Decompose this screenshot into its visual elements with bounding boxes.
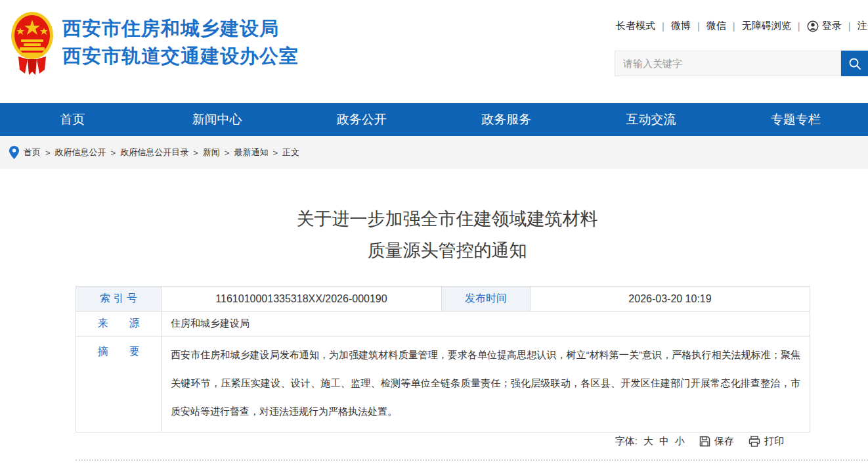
- save-button[interactable]: 保存: [699, 435, 734, 448]
- breadcrumb-gov-info-catalog[interactable]: 政府信息公开目录: [120, 147, 188, 158]
- publish-time-label: 发布时间: [442, 287, 531, 312]
- print-icon: [749, 436, 760, 447]
- search-bar: [615, 51, 868, 76]
- breadcrumb-separator: >: [193, 148, 198, 158]
- utility-separator: |: [733, 20, 735, 32]
- nav-item-gov-services[interactable]: 政务服务: [434, 103, 578, 136]
- breadcrumb-separator: >: [111, 148, 116, 158]
- search-input[interactable]: [615, 51, 841, 76]
- utility-separator: |: [697, 20, 700, 32]
- main-nav: 首页 新闻中心 政务公开 政务服务 互动交流 专题专栏: [0, 103, 868, 136]
- site-title: 西安市住房和城乡建设局 西安市轨道交通建设办公室: [62, 14, 299, 70]
- accessibility-link[interactable]: 无障碍浏览: [742, 20, 791, 32]
- elder-mode-link[interactable]: 长者模式: [616, 20, 655, 32]
- index-number-label: 索 引 号: [76, 287, 162, 312]
- breadcrumb-home[interactable]: 首页: [24, 147, 41, 158]
- article-title-line2: 质量源头管控的通知: [26, 235, 868, 266]
- breadcrumb-separator: >: [225, 148, 230, 158]
- breadcrumb-news[interactable]: 新闻: [203, 147, 220, 158]
- search-icon: [848, 57, 861, 70]
- wechat-link[interactable]: 微信: [706, 20, 726, 32]
- utility-links: 长者模式 | 微博 | 微信 | 无障碍浏览 | 登录 | 注册: [616, 20, 868, 32]
- nav-item-special-topics[interactable]: 专题专栏: [724, 103, 868, 136]
- summary-value: 西安市住房和城乡建设局发布通知，为加强建筑材料质量管理，要求各单位提高思想认识，…: [162, 337, 810, 432]
- source-label: 来 源: [76, 312, 162, 337]
- font-size-small-button[interactable]: 小: [675, 435, 685, 448]
- article-title-line1: 关于进一步加强全市住建领域建筑材料: [26, 203, 868, 235]
- breadcrumb-latest-notices[interactable]: 最新通知: [234, 147, 268, 158]
- breadcrumb-current: 正文: [282, 147, 299, 158]
- breadcrumb-separator: >: [45, 148, 51, 158]
- font-size-medium-button[interactable]: 中: [659, 435, 669, 448]
- site-title-line2: 西安市轨道交通建设办公室: [62, 42, 299, 70]
- login-link[interactable]: 登录: [822, 20, 842, 32]
- user-icon: [807, 20, 819, 32]
- article-meta-table: 索 引 号 1161010001335318XX/2026-000190 发布时…: [76, 286, 810, 432]
- summary-label: 摘 要: [76, 337, 162, 432]
- utility-separator: |: [798, 20, 800, 32]
- location-pin-icon: [9, 146, 19, 159]
- weibo-link[interactable]: 微博: [671, 20, 691, 32]
- source-value: 住房和城乡建设局: [162, 312, 810, 337]
- page: 西安市住房和城乡建设局 西安市轨道交通建设办公室 长者模式 | 微博 | 微信 …: [0, 0, 868, 466]
- site-title-line1: 西安市住房和城乡建设局: [62, 14, 299, 42]
- breadcrumb-separator: >: [272, 148, 278, 158]
- table-row-index: 索 引 号 1161010001335318XX/2026-000190 发布时…: [76, 287, 810, 312]
- national-emblem-logo: [11, 11, 54, 78]
- index-number-value: 1161010001335318XX/2026-000190: [162, 287, 442, 312]
- table-row-summary: 摘 要 西安市住房和城乡建设局发布通知，为加强建筑材料质量管理，要求各单位提高思…: [76, 337, 810, 432]
- article-panel: 关于进一步加强全市住建领域建筑材料 质量源头管控的通知 索 引 号 116101…: [26, 169, 868, 466]
- site-header: 西安市住房和城乡建设局 西安市轨道交通建设办公室 长者模式 | 微博 | 微信 …: [0, 0, 868, 103]
- publish-time-value: 2026-03-20 10:19: [531, 287, 810, 312]
- utility-separator: |: [662, 20, 664, 32]
- save-button-label: 保存: [714, 435, 734, 448]
- utility-separator: |: [848, 20, 851, 32]
- register-link[interactable]: 注册: [857, 20, 868, 32]
- article-toolbar: 字体: 大 中 小 保存 打印: [615, 435, 784, 448]
- breadcrumb: 首页 > 政府信息公开 > 政府信息公开目录 > 新闻 > 最新通知 > 正文: [0, 136, 868, 169]
- article-title: 关于进一步加强全市住建领域建筑材料 质量源头管控的通知: [26, 203, 868, 266]
- table-row-source: 来 源 住房和城乡建设局: [76, 312, 810, 337]
- nav-item-interaction[interactable]: 互动交流: [578, 103, 723, 136]
- nav-item-home[interactable]: 首页: [0, 103, 144, 136]
- save-icon: [699, 436, 710, 447]
- search-button[interactable]: [841, 51, 868, 76]
- print-button-label: 打印: [764, 435, 784, 448]
- nav-item-gov-info[interactable]: 政务公开: [290, 103, 434, 136]
- font-size-large-button[interactable]: 大: [643, 435, 653, 448]
- bottom-divider: [76, 459, 868, 461]
- breadcrumb-gov-info[interactable]: 政府信息公开: [55, 147, 106, 158]
- nav-item-news[interactable]: 新闻中心: [144, 103, 289, 136]
- print-button[interactable]: 打印: [749, 435, 784, 448]
- font-size-label: 字体:: [615, 435, 638, 448]
